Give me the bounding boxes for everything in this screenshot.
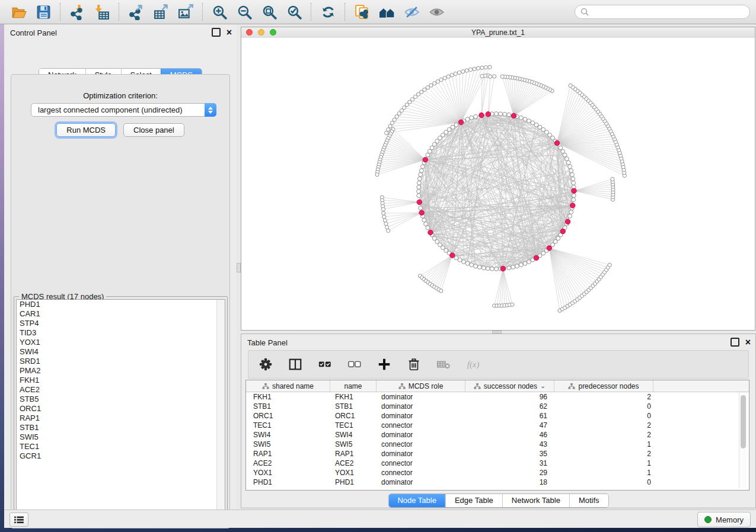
mcds-result-node[interactable]: PHD1 — [17, 300, 225, 309]
mcds-result-node[interactable]: TID3 — [17, 328, 225, 338]
column-header-predecessor-nodes[interactable]: predecessor nodes — [554, 380, 653, 392]
mcds-result-node[interactable]: SWI4 — [17, 347, 225, 357]
show-details-button[interactable] — [424, 2, 449, 22]
splitter-handle-icon[interactable] — [237, 263, 241, 273]
window-close-icon[interactable] — [246, 29, 253, 36]
mcds-result-scrollbar[interactable] — [216, 300, 225, 511]
status-menu-button[interactable] — [9, 512, 28, 527]
column-label: successor nodes — [484, 382, 537, 390]
show-graphics-details-button[interactable] — [374, 2, 399, 22]
mcds-result-node[interactable]: SWI5 — [17, 432, 225, 442]
table-row[interactable]: PHD1PHD1dominator180 — [246, 477, 749, 487]
mcds-result-node[interactable]: TEC1 — [17, 442, 225, 451]
column-header-successor-nodes[interactable]: successor nodes⌄ — [465, 380, 554, 392]
table-cell-empty — [653, 411, 749, 421]
eye-icon — [429, 4, 445, 20]
mcds-result-node[interactable]: RAP1 — [17, 414, 225, 423]
mcds-result-node[interactable]: CAR1 — [17, 309, 225, 319]
table-cell-empty — [653, 392, 749, 402]
table-scrollbar-thumb[interactable] — [741, 395, 746, 448]
control-panel: Control Panel × NetworkStyleSelectMCDS O… — [4, 24, 237, 509]
node-table-header: shared namenameMCDS rolesuccessor nodes⌄… — [246, 380, 749, 392]
table-panel: Table Panel × f(x) shared namenameMCDS r… — [241, 334, 756, 508]
refresh-button[interactable] — [315, 2, 340, 22]
export-table-button[interactable] — [148, 2, 173, 22]
table-cell-empty — [653, 477, 749, 487]
open-button[interactable] — [6, 2, 31, 22]
table-row[interactable]: RAP1RAP1dominator352 — [246, 449, 749, 459]
table-cell: dominator — [377, 392, 465, 402]
zoom-in-icon — [212, 4, 228, 20]
tab-node-table[interactable]: Node Table — [388, 494, 445, 507]
table-row[interactable]: ORC1ORC1dominator610 — [246, 411, 749, 421]
float-panel-icon[interactable] — [212, 28, 221, 37]
clone-network-icon — [354, 4, 370, 20]
zoom-in-button[interactable] — [207, 2, 232, 22]
optimization-criterion-label: Optimization criterion: — [11, 91, 229, 100]
select-all-button[interactable] — [316, 355, 334, 373]
zoom-fit-button[interactable] — [257, 2, 282, 22]
gear-icon — [259, 357, 273, 371]
add-column-button[interactable] — [375, 355, 393, 373]
window-minimize-icon[interactable] — [258, 29, 264, 36]
import-network-button[interactable] — [65, 2, 90, 22]
table-cell-empty — [653, 449, 749, 459]
close-panel-icon[interactable]: × — [745, 339, 751, 345]
deselect-all-button[interactable] — [346, 355, 363, 373]
split-view-button[interactable] — [286, 355, 304, 373]
hide-details-button[interactable] — [399, 2, 424, 22]
optimization-criterion-select[interactable]: largest connected component (undirected) — [31, 103, 216, 117]
mcds-result-node[interactable]: YOX1 — [17, 338, 225, 347]
search-box[interactable] — [575, 5, 750, 19]
table-row[interactable]: YOX1YOX1connector291 — [246, 468, 749, 477]
import-table-button[interactable] — [90, 2, 114, 22]
mcds-result-list[interactable]: PHD1CAR1STP4TID3YOX1SWI4SRD1PMA2FKH1ACE2… — [16, 299, 225, 512]
table-cell: YOX1 — [330, 468, 377, 477]
export-image-icon — [178, 4, 194, 20]
mcds-result-node[interactable]: STB5 — [17, 395, 225, 404]
export-network-button[interactable] — [123, 2, 148, 22]
toolbar-separator — [60, 3, 60, 21]
tab-motifs[interactable]: Motifs — [569, 494, 608, 507]
column-label: name — [344, 382, 362, 390]
tab-edge-table[interactable]: Edge Table — [445, 494, 502, 507]
table-cell: TEC1 — [330, 421, 377, 430]
table-cell: SWI5 — [330, 440, 377, 449]
save-session-button[interactable] — [31, 2, 56, 22]
window-maximize-icon[interactable] — [270, 29, 276, 36]
table-row[interactable]: STB1STB1dominator620 — [246, 402, 749, 411]
table-row[interactable]: SWI4SWI4dominator462 — [246, 430, 749, 440]
delete-column-button[interactable] — [405, 355, 423, 373]
close-panel-button[interactable]: Close panel — [123, 123, 184, 137]
table-row[interactable]: SWI5SWI5connector431 — [246, 440, 749, 449]
mcds-result-node[interactable]: STP4 — [17, 319, 225, 328]
zoom-out-button[interactable] — [232, 2, 257, 22]
column-header-MCDS-role[interactable]: MCDS role — [377, 380, 465, 392]
tab-network-table[interactable]: Network Table — [502, 494, 569, 507]
table-row[interactable]: TEC1TEC1connector472 — [246, 421, 749, 430]
search-input[interactable] — [592, 7, 744, 17]
run-mcds-button[interactable]: Run MCDS — [56, 123, 116, 137]
mcds-result-node[interactable]: GCR1 — [17, 451, 225, 461]
close-panel-icon[interactable]: × — [227, 29, 232, 36]
mcds-result-node[interactable]: FKH1 — [17, 376, 225, 385]
zoom-selected-button[interactable] — [282, 2, 307, 22]
clone-network-button[interactable] — [349, 2, 374, 22]
mcds-result-node[interactable]: STB1 — [17, 423, 225, 432]
table-row[interactable]: FKH1FKH1dominator962 — [246, 392, 749, 402]
network-graph[interactable] — [241, 38, 755, 330]
table-row[interactable]: ACE2ACE2connector311 — [246, 459, 749, 468]
table-cell: dominator — [377, 402, 465, 411]
export-image-button[interactable] — [173, 2, 198, 22]
mcds-result-node[interactable]: SRD1 — [17, 357, 225, 366]
mcds-result-node[interactable]: ORC1 — [17, 404, 225, 414]
column-header-shared-name[interactable]: shared name — [246, 380, 330, 392]
memory-button[interactable]: Memory — [697, 512, 751, 527]
panel-splitter-vertical[interactable] — [237, 24, 241, 509]
float-panel-icon[interactable] — [731, 338, 739, 347]
mcds-result-node[interactable]: ACE2 — [17, 385, 225, 395]
table-settings-button[interactable] — [257, 355, 275, 373]
mcds-result-node[interactable]: PMA2 — [17, 366, 225, 376]
table-scrollbar[interactable] — [739, 392, 747, 488]
column-header-name[interactable]: name — [330, 380, 377, 392]
